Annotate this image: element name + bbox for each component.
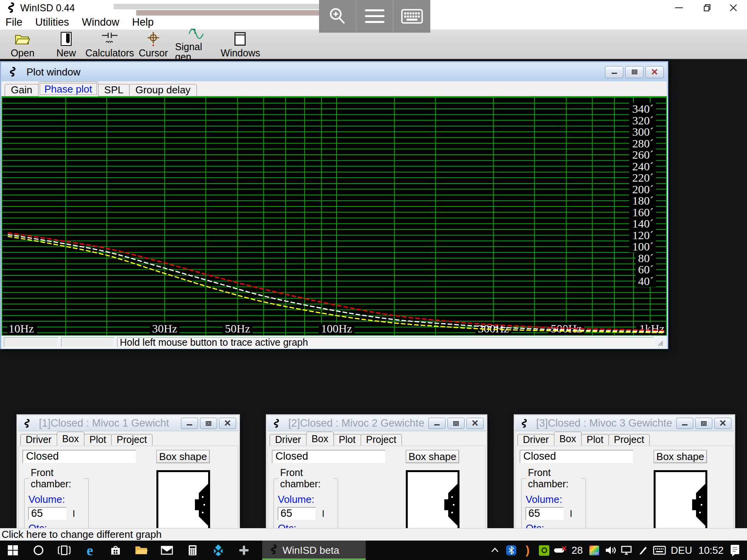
menu-help[interactable]: Help — [132, 16, 161, 28]
resize-grip[interactable] — [657, 338, 665, 346]
project-3-tabs: Driver Box Plot Project — [515, 431, 734, 445]
project-window-1-titlebar[interactable]: [1]Closed : Mivoc 1 Gewicht ✕ — [18, 416, 238, 431]
tab-project[interactable]: Project — [361, 434, 402, 445]
store-icon[interactable] — [103, 541, 128, 560]
qtc-label: Qtc: — [526, 522, 582, 528]
toolbar-open-label: Open — [11, 48, 34, 58]
box-shape-button[interactable]: Box shape — [406, 450, 459, 463]
box-type-field[interactable]: Closed — [23, 450, 136, 463]
svg-text:120´: 120´ — [632, 229, 654, 242]
menu-file[interactable]: File — [5, 16, 30, 28]
tab-gain[interactable]: Gain — [5, 84, 39, 96]
minimize-button[interactable] — [181, 418, 198, 429]
tab-project[interactable]: Project — [111, 434, 153, 445]
toolbar-new-button[interactable]: New — [44, 30, 88, 59]
close-button[interactable]: ✕ — [466, 418, 484, 429]
box-type-field[interactable]: Closed — [272, 450, 386, 463]
box-shape-button[interactable]: Box shape — [156, 450, 210, 463]
front-chamber-label: Front chamber: — [279, 467, 334, 490]
start-icon[interactable] — [0, 541, 26, 560]
volume-input[interactable] — [526, 507, 564, 520]
toolbar-cursor-button[interactable]: Cursor — [132, 30, 175, 59]
zoom-in-icon[interactable] — [319, 0, 356, 33]
volume-icon[interactable] — [602, 541, 619, 560]
phase-plot-area[interactable]: 340´320´300´280´260´240´220´200´180´160´… — [2, 96, 667, 336]
edge-icon[interactable]: e — [77, 541, 103, 560]
temperature-value[interactable]: 28 — [568, 544, 586, 556]
chevron-up-icon[interactable] — [487, 541, 503, 560]
lcd-monitor-icon[interactable]: LCD — [586, 541, 602, 560]
close-button[interactable]: ✕ — [219, 418, 236, 429]
orange-app-icon[interactable]: ) — [519, 541, 536, 560]
minimize-icon[interactable] — [665, 0, 693, 16]
box-shape-button[interactable]: Box shape — [654, 450, 707, 463]
tab-project[interactable]: Project — [608, 434, 650, 445]
window-icon — [234, 31, 247, 47]
tab-plot[interactable]: Plot — [581, 434, 609, 445]
dpad-icon[interactable] — [231, 541, 257, 560]
winisd-doc-icon — [271, 419, 281, 428]
language-indicator[interactable]: DEU — [668, 544, 695, 556]
close-button[interactable]: ✕ — [645, 66, 664, 78]
tab-box[interactable]: Box — [306, 432, 334, 446]
sine-wave-icon — [188, 27, 206, 41]
touch-keyboard-icon[interactable] — [651, 541, 668, 560]
task-view-icon[interactable] — [51, 541, 77, 560]
toolbar-windows-button[interactable]: Windows — [219, 30, 262, 59]
pen-icon[interactable] — [635, 541, 651, 560]
bluetooth-icon[interactable] — [503, 541, 519, 560]
volume-input[interactable] — [28, 507, 67, 520]
toolbar-calculators-button[interactable]: Calculators — [88, 30, 132, 59]
tab-spl[interactable]: SPL — [98, 84, 130, 96]
nvidia-icon[interactable] — [536, 541, 552, 560]
restore-button[interactable] — [447, 418, 465, 429]
plot-window-title: Plot window — [26, 66, 605, 78]
cortana-icon[interactable] — [26, 541, 51, 560]
file-explorer-icon[interactable] — [128, 541, 154, 560]
tab-plot[interactable]: Plot — [333, 434, 361, 445]
menu-utilities[interactable]: Utilities — [35, 16, 77, 28]
gamepad-disconnected-icon[interactable] — [552, 541, 568, 560]
toolbar-signalgen-button[interactable]: Signal gen. — [175, 30, 219, 59]
toolbar-open-button[interactable]: Open — [1, 30, 44, 59]
keyboard-icon[interactable] — [393, 0, 430, 33]
minimize-button[interactable] — [605, 66, 623, 78]
restore-button[interactable] — [200, 418, 217, 429]
menu-icon[interactable] — [356, 0, 393, 33]
restore-icon[interactable] — [693, 0, 720, 16]
front-chamber-group: Front chamber: Volume: l Qtc: — [24, 467, 89, 528]
calculator-icon[interactable] — [180, 541, 205, 560]
tab-driver[interactable]: Driver — [270, 434, 307, 445]
volume-input[interactable] — [278, 507, 316, 520]
close-icon[interactable] — [720, 0, 747, 16]
taskbar-winisd-button[interactable]: WinISD beta — [262, 541, 366, 560]
minimize-button[interactable] — [428, 418, 445, 429]
restore-button[interactable] — [695, 418, 712, 429]
phase-plot-canvas[interactable]: 340´320´300´280´260´240´220´200´180´160´… — [2, 96, 667, 336]
minimize-button[interactable] — [676, 418, 693, 429]
front-chamber-group: Front chamber: Volume: l Qtc: — [274, 467, 338, 528]
network-display-icon[interactable] — [619, 541, 635, 560]
plot-window-titlebar[interactable]: Plot window ✕ — [2, 63, 667, 81]
project-window-3-titlebar[interactable]: [3]Closed : Mivoc 3 Gewichte ✕ — [515, 416, 734, 431]
tab-phase-plot[interactable]: Phase plot — [38, 82, 98, 96]
tab-plot[interactable]: Plot — [84, 434, 112, 445]
close-button[interactable]: ✕ — [714, 418, 731, 429]
project-window-2-titlebar[interactable]: [2]Closed : Mivoc 2 Gewichte ✕ — [267, 416, 486, 431]
box-type-field[interactable]: Closed — [520, 450, 633, 463]
notes-icon[interactable] — [727, 541, 743, 560]
tab-driver[interactable]: Driver — [20, 434, 57, 445]
toolbar-new-label: New — [56, 48, 76, 58]
tab-box[interactable]: Box — [554, 432, 582, 446]
menu-window[interactable]: Window — [82, 16, 127, 28]
qtc-label: Qtc: — [28, 522, 84, 528]
tab-driver[interactable]: Driver — [517, 434, 554, 445]
kodi-icon[interactable] — [205, 541, 231, 560]
tab-group-delay[interactable]: Group delay — [129, 84, 197, 96]
clock[interactable]: 10:52 — [695, 544, 727, 556]
mail-icon[interactable] — [154, 541, 180, 560]
tab-box[interactable]: Box — [57, 432, 84, 446]
restore-button[interactable] — [625, 66, 644, 78]
box-shape-diagram — [406, 470, 459, 528]
app-statusbar[interactable]: Click here to change different graph — [0, 528, 747, 541]
